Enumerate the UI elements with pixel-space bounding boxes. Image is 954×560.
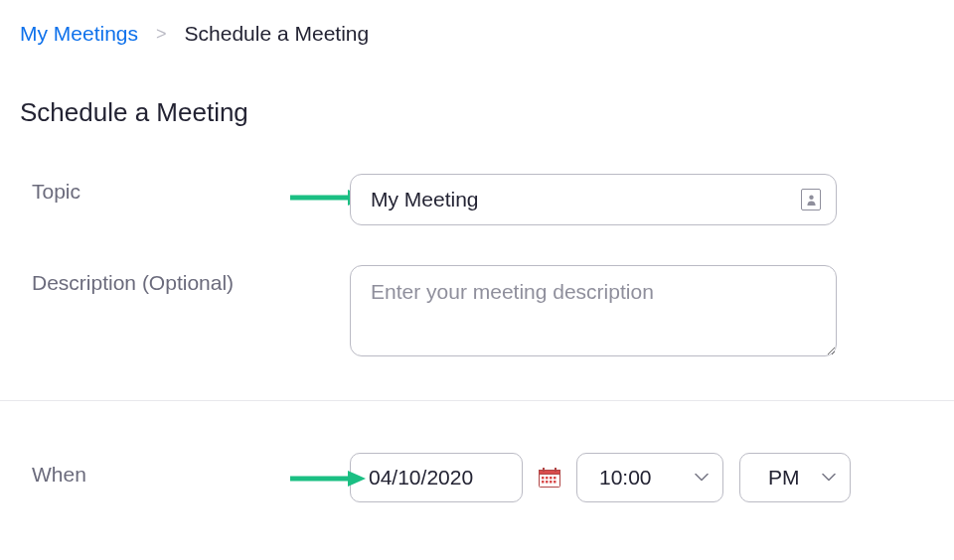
svg-rect-15 (550, 481, 553, 484)
calendar-icon[interactable] (539, 468, 560, 488)
chevron-down-icon (695, 474, 709, 483)
ampm-select-value: PM (768, 466, 800, 490)
time-select[interactable]: 10:00 (576, 453, 723, 502)
svg-rect-8 (555, 468, 556, 472)
svg-rect-12 (554, 477, 556, 480)
time-select-value: 10:00 (599, 466, 652, 490)
svg-rect-14 (546, 481, 549, 484)
svg-rect-16 (554, 481, 556, 484)
row-description: Description (Optional) (32, 265, 922, 356)
breadcrumb-current: Schedule a Meeting (185, 22, 370, 46)
svg-rect-7 (543, 468, 545, 472)
page-title: Schedule a Meeting (20, 97, 934, 128)
topic-input[interactable] (350, 174, 837, 225)
annotation-arrow-icon (288, 469, 366, 489)
svg-rect-9 (542, 477, 545, 480)
ampm-select[interactable]: PM (739, 453, 851, 502)
svg-marker-4 (348, 471, 366, 487)
svg-rect-13 (542, 481, 545, 484)
svg-rect-11 (550, 477, 553, 480)
description-textarea[interactable] (350, 265, 837, 356)
breadcrumb-link-my-meetings[interactable]: My Meetings (20, 22, 138, 46)
breadcrumb: My Meetings > Schedule a Meeting (20, 22, 934, 46)
row-when: When 10:0 (32, 453, 922, 502)
row-topic: Topic (32, 174, 922, 225)
breadcrumb-separator-icon: > (156, 24, 167, 45)
svg-rect-10 (546, 477, 549, 480)
label-description: Description (Optional) (32, 265, 350, 295)
chevron-down-icon (822, 474, 836, 483)
date-input[interactable] (350, 453, 523, 502)
svg-rect-6 (540, 471, 560, 475)
section-divider (0, 400, 954, 401)
